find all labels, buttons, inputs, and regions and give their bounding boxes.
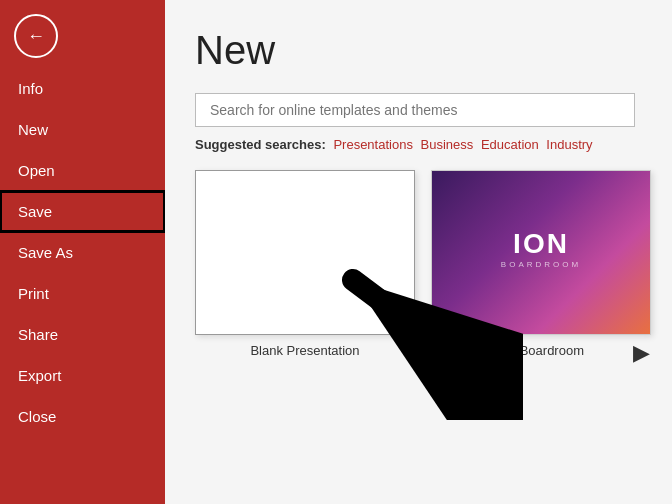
template-label-ion: Ion Boardroom: [498, 343, 584, 358]
ion-title: ION: [501, 228, 581, 260]
main-content: New Suggested searches: Presentations Bu…: [165, 0, 672, 504]
ion-text: ION BOARDROOM: [501, 228, 581, 269]
templates-row: Blank Presentation ION BOARDROOM Ion Boa…: [195, 170, 642, 358]
tag-industry[interactable]: Industry: [546, 137, 592, 152]
sidebar-item-close[interactable]: Close: [0, 396, 165, 437]
template-blank[interactable]: Blank Presentation: [195, 170, 415, 358]
suggested-searches: Suggested searches: Presentations Busine…: [195, 137, 642, 152]
sidebar-item-share[interactable]: Share: [0, 314, 165, 355]
sidebar-item-export[interactable]: Export: [0, 355, 165, 396]
template-label-blank: Blank Presentation: [250, 343, 359, 358]
sidebar-item-save-as[interactable]: Save As: [0, 232, 165, 273]
template-thumb-ion: ION BOARDROOM: [431, 170, 651, 335]
sidebar-item-print[interactable]: Print: [0, 273, 165, 314]
back-button[interactable]: ←: [14, 14, 58, 58]
back-arrow-icon: ←: [27, 26, 45, 47]
template-ion[interactable]: ION BOARDROOM Ion Boardroom: [431, 170, 651, 358]
ion-sub: BOARDROOM: [501, 260, 581, 269]
sidebar-item-new[interactable]: New: [0, 109, 165, 150]
sidebar-item-save[interactable]: Save: [0, 191, 165, 232]
sidebar-item-open[interactable]: Open: [0, 150, 165, 191]
sidebar-item-info[interactable]: Info: [0, 68, 165, 109]
sidebar: ← Info New Open Save Save As Print Share…: [0, 0, 165, 504]
suggested-label: Suggested searches:: [195, 137, 326, 152]
tag-presentations[interactable]: Presentations: [333, 137, 413, 152]
tag-business[interactable]: Business: [421, 137, 474, 152]
template-thumb-blank: [195, 170, 415, 335]
search-input[interactable]: [195, 93, 635, 127]
tag-education[interactable]: Education: [481, 137, 539, 152]
page-title: New: [195, 28, 642, 73]
